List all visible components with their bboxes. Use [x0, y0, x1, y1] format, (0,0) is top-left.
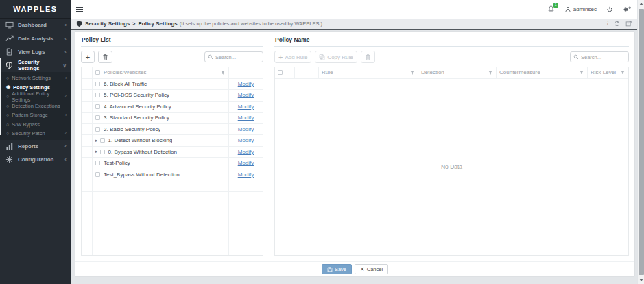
refresh-icon[interactable]	[614, 21, 620, 27]
policy-list-title: Policy List	[81, 34, 263, 47]
plus-icon: +	[278, 54, 283, 61]
filter-icon[interactable]	[620, 70, 625, 75]
filter-icon[interactable]	[579, 70, 584, 75]
policy-row[interactable]: ▸0. Bypass Without DetectionModify	[82, 147, 263, 158]
gear-icon	[5, 156, 14, 163]
sidebar-item-reports[interactable]: Reports‹	[0, 140, 71, 154]
policy-row-checkbox[interactable]	[95, 82, 100, 86]
bullet-icon: ○	[6, 122, 9, 127]
policy-row[interactable]: 2. Basic Security PolicyModify	[82, 124, 263, 136]
policy-row[interactable]: 5. PCI-DSS Security PolicyModify	[82, 90, 263, 102]
trash-icon	[102, 54, 108, 60]
policy-row-checkbox[interactable]	[100, 138, 105, 143]
gears-icon	[623, 5, 632, 13]
policies-column-header: Policies/Websites	[104, 69, 147, 75]
filter-icon[interactable]	[409, 70, 415, 75]
add-policy-button[interactable]: +	[81, 51, 95, 63]
policy-row-checkbox[interactable]	[100, 150, 105, 154]
bullet-icon: ○	[6, 104, 9, 108]
sidebar-item-data-analysis[interactable]: Data Analysis‹	[0, 32, 71, 46]
sidebar-subitem-pattern-storage[interactable]: ○Pattern Storage‹	[0, 110, 71, 120]
rule-search-input[interactable]	[581, 54, 625, 60]
sidebar-item-label: Dashboard	[18, 22, 64, 28]
menu-toggle-button[interactable]	[76, 5, 83, 13]
scroll-down-icon[interactable]	[639, 279, 643, 281]
expand-caret-icon[interactable]: ▸	[95, 138, 98, 143]
popout-icon[interactable]	[625, 21, 632, 27]
sidebar-submenu: ○Network Settings‹◉Policy Settings○Addit…	[0, 72, 71, 140]
policy-name-label: 5. PCI-DSS Security Policy	[104, 92, 169, 98]
modify-link[interactable]: Modify	[238, 160, 254, 166]
sidebar-item-security-settings[interactable]: Security Settings∨	[0, 59, 71, 73]
breadcrumb-section[interactable]: Security Settings	[85, 21, 130, 27]
policy-row-checkbox[interactable]	[95, 161, 100, 165]
expand-caret-icon[interactable]: ▸	[95, 149, 98, 154]
breadcrumb-page: Policy Settings	[138, 21, 177, 27]
select-all-rules-checkbox[interactable]	[278, 70, 283, 75]
modify-link[interactable]: Modify	[238, 104, 254, 110]
policy-row-checkbox[interactable]	[95, 93, 100, 97]
policy-row-checkbox[interactable]	[95, 172, 100, 177]
sidebar-subitem-label: Policy Settings	[13, 84, 67, 91]
scrollbar-thumb[interactable]	[639, 9, 644, 275]
modify-link[interactable]: Modify	[238, 171, 254, 178]
sidebar-item-view-logs[interactable]: View Logs‹	[0, 45, 71, 59]
sidebar-item-label: Data Analysis	[18, 36, 64, 42]
copy-icon	[319, 54, 325, 60]
delete-policy-button[interactable]	[98, 51, 112, 63]
logout-button[interactable]	[606, 6, 613, 13]
policy-row[interactable]: 4. Advanced Security PolicyModify	[82, 102, 263, 113]
sidebar-subitem-s-w-bypass[interactable]: ○S/W Bypass	[0, 120, 71, 130]
sidebar-subitem-security-patch[interactable]: ○Security Patch‹	[0, 129, 71, 139]
filter-icon[interactable]	[220, 70, 226, 75]
chevron-left-icon: ‹	[64, 143, 67, 150]
modify-link[interactable]: Modify	[238, 149, 254, 155]
sidebar-item-configuration[interactable]: Configuration‹	[0, 153, 71, 167]
modify-link[interactable]: Modify	[238, 137, 254, 143]
scroll-up-icon[interactable]	[639, 3, 643, 5]
breadcrumb-separator: >	[132, 21, 135, 26]
cancel-button[interactable]: ✕ Cancel	[355, 264, 388, 274]
policy-row[interactable]: 6. Block All TrafficModify	[82, 79, 263, 91]
policy-row[interactable]: Test_Bypass Without DetectionModify	[82, 169, 263, 181]
vertical-scrollbar[interactable]	[637, 0, 644, 284]
info-icon[interactable]: i	[607, 21, 608, 27]
filter-icon[interactable]	[488, 70, 493, 75]
policy-name-label: 6. Block All Traffic	[104, 81, 147, 87]
delete-rule-button[interactable]	[361, 51, 375, 63]
policy-row[interactable]: Test-PolicyModify	[82, 158, 263, 169]
save-button[interactable]: Save	[322, 264, 352, 274]
copy-rule-button[interactable]: Copy Rule	[315, 51, 357, 63]
chevron-left-icon: ‹	[64, 36, 67, 42]
settings-button[interactable]	[623, 5, 632, 13]
user-menu[interactable]: adminsec	[564, 6, 597, 13]
policy-row[interactable]: 3. Standard Security PolicyModify	[82, 113, 263, 124]
policy-row-checkbox[interactable]	[95, 104, 100, 109]
breadcrumb-description: (It sets up the policies and websites to…	[180, 21, 322, 27]
policy-name-label: 2. Basic Security Policy	[104, 126, 160, 132]
sidebar-item-dashboard[interactable]: Dashboard‹	[0, 19, 71, 32]
select-all-checkbox[interactable]	[95, 70, 100, 75]
modify-link[interactable]: Modify	[238, 81, 254, 87]
policy-row-checkbox[interactable]	[95, 115, 100, 120]
row-gutter	[82, 90, 93, 101]
policy-name-title: Policy Name	[274, 34, 629, 47]
modify-link[interactable]: Modify	[238, 92, 254, 98]
policy-search[interactable]	[204, 51, 263, 62]
policy-row-checkbox[interactable]	[95, 127, 100, 132]
modify-link[interactable]: Modify	[238, 126, 254, 132]
modify-link[interactable]: Modify	[238, 115, 254, 121]
policy-search-input[interactable]	[215, 54, 260, 60]
add-rule-button[interactable]: + Add Rule	[274, 51, 311, 63]
sidebar-subitem-additional-policy-settings[interactable]: ○Additional Policy Settings‹	[0, 92, 71, 102]
rule-search[interactable]	[570, 51, 629, 62]
policy-name-label: Test-Policy	[104, 160, 130, 166]
policy-row[interactable]: ▸1. Detect Without BlockingModify	[82, 135, 263, 147]
bullet-icon: ○	[6, 94, 9, 99]
sidebar-subitem-network-settings[interactable]: ○Network Settings‹	[0, 73, 71, 83]
policy-name-label: 4. Advanced Security Policy	[104, 104, 171, 110]
sidebar-subitem-detection-exceptions[interactable]: ○Detection Exceptions	[0, 102, 71, 111]
notifications-button[interactable]: 1	[547, 5, 555, 13]
content-area: Policy List +	[71, 30, 637, 284]
form-footer: Save ✕ Cancel	[75, 261, 634, 276]
